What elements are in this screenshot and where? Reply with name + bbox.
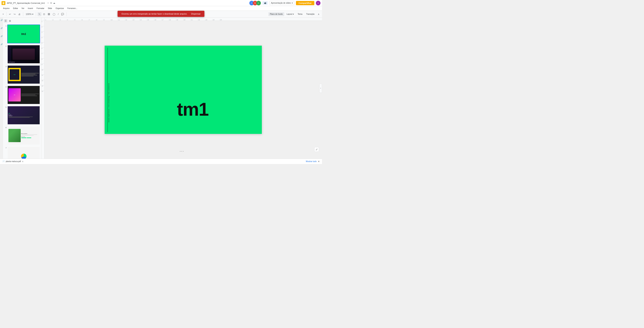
menu-ferramentas[interactable]: Ferramen... (66, 7, 79, 10)
main-layout: 🔗 🔗 🔗 🔗 ☰ ⊞ 1 tm1 2 (0, 18, 322, 159)
slide-thumb-3[interactable]: tm1 (7, 65, 40, 84)
toolbar-separator-2 (23, 12, 23, 16)
text-box-tool[interactable]: ⊡ (42, 12, 46, 16)
slide-link-icons: 🔗 🔗 🔗 🔗 (0, 18, 3, 159)
google-slides-icon (2, 1, 5, 5)
top-bar: AP02_PT_Apresentação Comercial_tm1 ☆ ⊡ ☁… (0, 0, 322, 6)
ruler-tick-3: 3 (60, 19, 67, 21)
add-slide-button[interactable]: + (2, 12, 5, 16)
slide-thumbnail-7[interactable]: 7 (4, 146, 40, 159)
background-button[interactable]: Plano de fundo (268, 12, 284, 16)
ruler-v-tick-4: 4 (42, 37, 44, 42)
menu-bar: Arquivo Editar Ver Inserir Formatar Slid… (0, 6, 322, 11)
redo-button[interactable]: ↪ (13, 12, 16, 16)
panel-view-toggle: ☰ ⊞ (4, 19, 40, 24)
ruler-v-tick-6: 6 (42, 48, 44, 53)
slides-mode-label: Apresentação de slides (271, 2, 291, 4)
svg-rect-2 (3, 3, 4, 3)
error-banner: Ocorreu um erro inesperado ao tentar faz… (118, 11, 204, 17)
slide-vertical-text: brand experience • live streaming • live… (108, 83, 110, 122)
transition-button[interactable]: Transição (304, 12, 316, 16)
ruler-tick-13: 13 (132, 19, 140, 21)
slide-thumbnail-3[interactable]: 3 tm1 (4, 65, 40, 84)
move-icon[interactable]: ⊡ (50, 2, 52, 4)
ruler-v-tick-13: 13 (42, 85, 44, 91)
bottom-bar-left: 📄 planta maluca.pdf ∧ (2, 160, 24, 162)
slide-main-text[interactable]: tm1 (177, 100, 208, 119)
menu-editar[interactable]: Editar (12, 7, 20, 10)
undo-button[interactable]: ↩ (8, 12, 12, 16)
menu-slide[interactable]: Slide (46, 7, 54, 10)
slide-thumbnail-5[interactable]: 5 tm1 Por que existimos? (4, 106, 40, 125)
slide-thumb-7[interactable] (7, 147, 40, 159)
ruler-tick-19: 19 (176, 19, 183, 21)
ruler-tick-7: 7 (88, 19, 96, 21)
menu-ver[interactable]: Ver (20, 7, 26, 10)
collapse-top-button[interactable]: ∧ (317, 12, 320, 16)
error-message: Ocorreu um erro inesperado ao tentar faz… (121, 13, 187, 15)
dismiss-button[interactable]: Dispensar (191, 13, 201, 15)
slides-mode-dropdown[interactable]: Apresentação de slides ▾ (269, 1, 294, 5)
slide-thumb-1[interactable]: tm1 (7, 25, 40, 43)
slide-thumb-5[interactable]: tm1 Por que existimos? (7, 106, 40, 125)
ruler-tick-24: 24 (212, 19, 220, 21)
list-view-button[interactable]: ☰ (4, 19, 8, 23)
slide-thumbnail-2[interactable]: 2 brand experience (4, 45, 40, 64)
menu-arquivo[interactable]: Arquivo (2, 7, 11, 10)
bottom-bar: 📄 planta maluca.pdf ∧ Mostrar tudo ✕ (0, 159, 322, 164)
slide-thumb-4[interactable]: tm1 (7, 86, 40, 104)
user-avatar[interactable]: U (316, 1, 320, 5)
ruler-v-tick-9: 9 (42, 64, 44, 69)
show-all-button[interactable]: Mostrar tudo (306, 160, 317, 162)
slide-canvas[interactable]: brand experience • live streaming • live… (105, 46, 262, 134)
comment-tool[interactable]: 💬 (60, 12, 65, 16)
slide-thumbnail-1[interactable]: 1 tm1 (4, 24, 40, 44)
zoom-controls: ⤢ (314, 147, 319, 152)
ruler-tick-22: 22 (198, 19, 205, 21)
slide-thumbnail-4[interactable]: 4 tm1 (4, 85, 40, 105)
cloud-icon[interactable]: ☁ (53, 2, 55, 4)
slide-number-1: 1 (4, 25, 6, 27)
meet-button[interactable]: 📹 (262, 1, 268, 5)
menu-organizar[interactable]: Organizar (54, 7, 66, 10)
ruler-v-inner: 1 2 3 4 5 6 7 8 9 10 11 12 13 14 (42, 18, 44, 96)
toolbar-separator-1 (6, 12, 6, 16)
scroll-dot-1 (180, 151, 180, 152)
layout-button[interactable]: Layout ▾ (285, 12, 295, 16)
ruler-tick-6: 6 (81, 19, 88, 21)
link-icon-4[interactable]: 🔗 (0, 43, 3, 45)
fit-to-screen-button[interactable]: ⤢ (314, 147, 319, 152)
toolbar-separator-3 (36, 12, 36, 16)
slide-number-5: 5 (4, 106, 6, 108)
grid-view-button[interactable]: ⊞ (8, 19, 12, 23)
link-icon-2[interactable]: 🔗 (0, 27, 3, 29)
toolbar-separator-4 (66, 12, 67, 16)
link-icon-1[interactable]: 🔗 (0, 19, 3, 21)
menu-formatar[interactable]: Formatar (35, 7, 46, 10)
slide-thumb-6[interactable]: Nosso propósito Nossos valores (7, 126, 40, 145)
ruler-v-tick-10: 10 (42, 69, 44, 74)
zoom-button[interactable]: 100% ▾ (25, 12, 34, 16)
link-icon-3[interactable]: 🔗 (0, 35, 3, 37)
ruler-tick-21: 21 (190, 19, 198, 21)
slide-thumb-2[interactable]: brand experience (7, 45, 40, 64)
image-tool[interactable]: 🖼 (47, 12, 51, 16)
print-button[interactable]: 🖨 (17, 12, 22, 16)
star-icon[interactable]: ☆ (47, 2, 49, 4)
pdf-file-icon: 📄 (2, 160, 4, 162)
ruler-tick-17: 17 (162, 19, 169, 21)
share-button[interactable]: Compartilhar (296, 1, 314, 5)
ruler-tick-25: 25 (220, 19, 227, 21)
menu-inserir[interactable]: Inserir (26, 7, 35, 10)
collapse-panel-button[interactable]: › (319, 84, 322, 93)
line-tool[interactable]: / (57, 12, 60, 16)
cursor-tool[interactable]: ↖ (38, 12, 42, 16)
ruler-tick-20: 20 (183, 19, 190, 21)
ruler-v-tick-5: 5 (42, 42, 44, 48)
close-download-button[interactable]: ✕ (318, 160, 320, 163)
theme-button[interactable]: Tema (296, 12, 304, 16)
ruler-tick-2: 2 (52, 19, 60, 21)
slide-thumbnail-6[interactable]: 6 Nosso propósito Nossos valores (4, 126, 40, 145)
download-file-arrow[interactable]: ∧ (22, 160, 24, 162)
shape-tool[interactable]: ◯ (52, 12, 56, 16)
